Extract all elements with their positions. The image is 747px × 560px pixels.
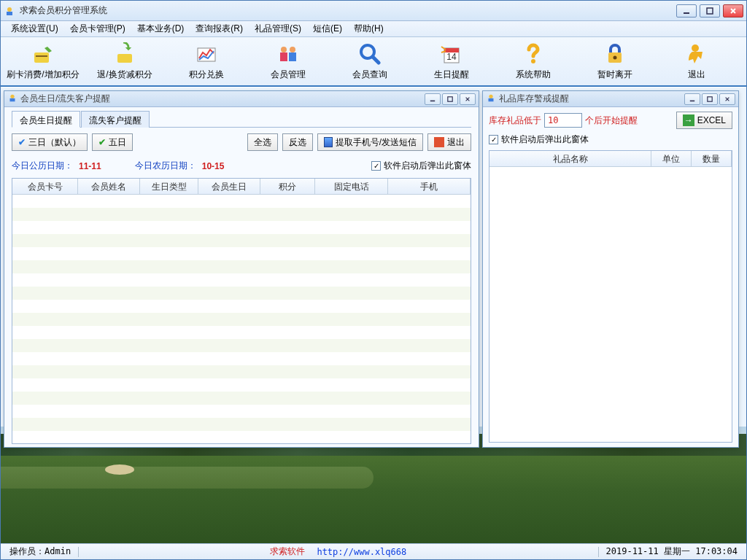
tool-points-exchange[interactable]: 积分兑换 bbox=[166, 38, 247, 85]
threshold-input[interactable] bbox=[544, 113, 582, 128]
main-titlebar: 求索会员积分管理系统 bbox=[1, 1, 746, 21]
lunar-value: 10-15 bbox=[202, 161, 225, 171]
lunar-label: 今日农历日期： bbox=[135, 160, 196, 172]
menu-system-settings[interactable]: 系统设置(U) bbox=[5, 21, 64, 36]
birthday-table: 会员卡号 会员姓名 生日类型 会员生日 积分 固定电话 手机 bbox=[12, 178, 471, 444]
child-minimize-button[interactable] bbox=[425, 93, 441, 105]
col-member-name[interactable]: 会员姓名 bbox=[78, 179, 140, 194]
window-icon bbox=[7, 93, 18, 105]
arrow-right-icon: → bbox=[683, 114, 694, 126]
svg-point-29 bbox=[489, 95, 492, 98]
members-icon bbox=[276, 42, 300, 66]
col-mobile[interactable]: 手机 bbox=[388, 179, 471, 194]
popup-on-startup-checkbox[interactable]: ✓ 软件启动后弹出此窗体 bbox=[371, 160, 471, 172]
table-body[interactable] bbox=[12, 195, 471, 443]
tool-label: 暂时离开 bbox=[597, 69, 632, 81]
birthday-reminder-window: 会员生日/流失客户提醒 会员生日提醒 流失客户提醒 ✔三日（默认） ✔五日 全选 bbox=[4, 90, 479, 448]
tool-member-management[interactable]: 会员管理 bbox=[247, 38, 329, 85]
tool-label: 系统帮助 bbox=[516, 69, 551, 81]
tab-lost-customer[interactable]: 流失客户提醒 bbox=[81, 111, 150, 128]
excel-export-button[interactable]: →EXCEL bbox=[676, 112, 732, 129]
phone-icon bbox=[324, 137, 333, 147]
col-points[interactable]: 积分 bbox=[260, 179, 315, 194]
svg-rect-3 bbox=[707, 8, 713, 14]
tool-return-goods[interactable]: 退/换货减积分 bbox=[84, 38, 166, 85]
svg-rect-11 bbox=[280, 52, 287, 61]
checkbox-icon: ✓ bbox=[371, 161, 381, 171]
tabs: 会员生日提醒 流失客户提醒 bbox=[12, 110, 471, 128]
child-maximize-button[interactable] bbox=[442, 93, 458, 105]
search-icon bbox=[358, 42, 382, 66]
birthday-icon: 14 bbox=[440, 42, 463, 66]
gift-stock-window: 礼品库存警戒提醒 库存礼品低于 个后开始提醒 →EXCEL ✓ 软件启动 bbox=[482, 90, 739, 448]
exit-button[interactable]: 退出 bbox=[427, 133, 471, 151]
popup-on-startup-checkbox[interactable]: ✓ 软件启动后弹出此窗体 bbox=[489, 133, 732, 146]
svg-rect-13 bbox=[289, 52, 296, 61]
card-swipe-icon bbox=[31, 42, 55, 66]
company-url[interactable]: http://www.xlq668 bbox=[312, 547, 411, 557]
extract-phone-button[interactable]: 提取手机号/发送短信 bbox=[317, 133, 423, 151]
main-minimize-button[interactable] bbox=[676, 4, 697, 18]
col-gift-name[interactable]: 礼品名称 bbox=[489, 151, 651, 166]
tool-member-search[interactable]: 会员查询 bbox=[329, 38, 411, 85]
svg-rect-26 bbox=[448, 96, 452, 101]
tool-birthday-reminder[interactable]: 14 生日提醒 bbox=[411, 38, 492, 85]
check-icon: ✔ bbox=[98, 137, 106, 147]
checkbox-icon: ✓ bbox=[489, 135, 498, 144]
toolbar: 刷卡消费/增加积分 退/换货减积分 积分兑换 会员管理 会员查询 14 生日提醒… bbox=[1, 37, 746, 87]
five-day-button[interactable]: ✔五日 bbox=[92, 133, 133, 151]
col-phone[interactable]: 固定电话 bbox=[315, 179, 388, 194]
gregorian-label: 今日公历日期： bbox=[12, 160, 73, 172]
col-birthday-type[interactable]: 生日类型 bbox=[140, 179, 198, 194]
gregorian-value: 11-11 bbox=[79, 161, 101, 171]
menu-help[interactable]: 帮助(H) bbox=[348, 21, 390, 36]
child-maximize-button[interactable] bbox=[702, 93, 718, 105]
menu-gift-management[interactable]: 礼品管理(S) bbox=[249, 21, 307, 36]
statusbar: 操作员：Admin 求索软件 http://www.xlq668 2019-11… bbox=[1, 543, 746, 559]
table-body[interactable] bbox=[489, 167, 732, 442]
tab-birthday-reminder[interactable]: 会员生日提醒 bbox=[12, 111, 80, 128]
child-minimize-button[interactable] bbox=[684, 93, 700, 105]
tool-label: 会员管理 bbox=[271, 69, 306, 81]
exit-icon bbox=[685, 42, 708, 66]
tool-system-help[interactable]: 系统帮助 bbox=[492, 38, 574, 85]
app-title: 求索会员积分管理系统 bbox=[20, 4, 676, 17]
select-all-button[interactable]: 全选 bbox=[247, 133, 278, 151]
tool-label: 会员查询 bbox=[352, 69, 387, 81]
help-icon bbox=[522, 42, 545, 66]
stop-icon bbox=[434, 137, 444, 147]
menu-query-report[interactable]: 查询报表(R) bbox=[190, 21, 249, 36]
threshold-prefix: 库存礼品低于 bbox=[489, 114, 541, 127]
tool-exit[interactable]: 退出 bbox=[656, 38, 738, 85]
datetime-panel: 2019-11-11 星期一 17:03:04 bbox=[602, 545, 743, 558]
main-maximize-button[interactable] bbox=[700, 4, 720, 18]
col-card-no[interactable]: 会员卡号 bbox=[12, 179, 78, 194]
operator-panel: 操作员：Admin bbox=[5, 545, 75, 558]
svg-point-23 bbox=[10, 95, 14, 98]
invert-selection-button[interactable]: 反选 bbox=[282, 133, 313, 151]
tool-lock-screen[interactable]: 暂时离开 bbox=[574, 38, 656, 85]
child-close-button[interactable] bbox=[460, 93, 476, 105]
child-close-button[interactable] bbox=[719, 93, 735, 105]
tool-card-swipe[interactable]: 刷卡消费/增加积分 bbox=[2, 38, 84, 85]
menu-card-management[interactable]: 会员卡管理(P) bbox=[64, 21, 131, 36]
menu-basic-business[interactable]: 基本业务(D) bbox=[131, 21, 190, 36]
svg-rect-8 bbox=[117, 54, 132, 63]
tool-label: 积分兑换 bbox=[189, 69, 224, 81]
svg-point-19 bbox=[531, 59, 535, 63]
tool-label: 生日提醒 bbox=[434, 69, 469, 81]
main-close-button[interactable] bbox=[723, 4, 743, 18]
mdi-area: 会员生日/流失客户提醒 会员生日提醒 流失客户提醒 ✔三日（默认） ✔五日 全选 bbox=[1, 87, 746, 543]
svg-point-0 bbox=[7, 7, 12, 12]
col-unit[interactable]: 单位 bbox=[651, 151, 692, 166]
tool-label: 退出 bbox=[688, 69, 705, 81]
svg-text:14: 14 bbox=[446, 52, 457, 62]
col-quantity[interactable]: 数量 bbox=[692, 151, 732, 166]
svg-rect-30 bbox=[489, 98, 494, 101]
col-birthday[interactable]: 会员生日 bbox=[198, 179, 260, 194]
svg-rect-1 bbox=[7, 12, 12, 15]
threshold-suffix: 个后开始提醒 bbox=[585, 114, 638, 127]
menu-sms[interactable]: 短信(E) bbox=[307, 21, 348, 36]
return-goods-icon bbox=[113, 42, 136, 66]
three-day-button[interactable]: ✔三日（默认） bbox=[12, 133, 88, 151]
